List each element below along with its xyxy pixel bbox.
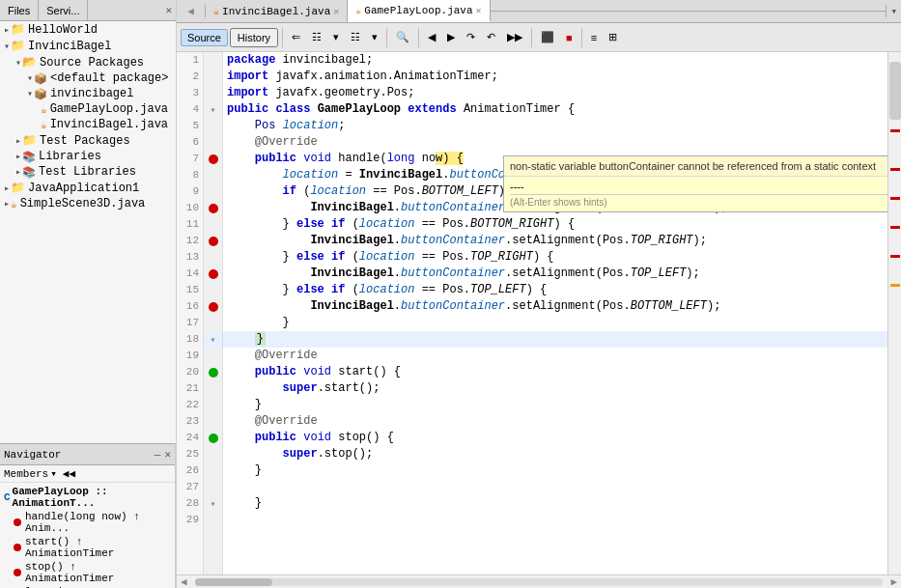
toolbar-icon-3[interactable]: ▾ <box>328 28 344 46</box>
collapse-icon3[interactable]: ▾ <box>210 498 215 510</box>
tab-close-icon[interactable]: ✕ <box>476 5 482 16</box>
scroll-right-btn[interactable]: ▶ <box>887 575 901 588</box>
horizontal-scrollbar[interactable]: ◀ ▶ <box>177 574 901 588</box>
tree-label: <default package> <box>50 71 168 85</box>
collapse-icon[interactable]: ▾ <box>210 104 215 116</box>
toolbar-icon-4[interactable]: ☷ <box>346 28 365 46</box>
toolbar-debug[interactable]: ⬛ <box>536 28 559 46</box>
gutter-row <box>204 462 222 479</box>
gutter-row-collapse[interactable]: ▾ <box>204 495 222 512</box>
h-scroll-thumb[interactable] <box>195 578 272 586</box>
gutter-row-collapse[interactable]: ▾ <box>204 101 222 118</box>
h-scroll-track[interactable] <box>195 578 884 586</box>
toolbar-step[interactable]: ↷ <box>462 28 480 46</box>
tree-item-gameplayloop[interactable]: ☕ GamePlayLoop.java <box>0 101 176 117</box>
tab-invincibagel[interactable]: ☕ InvinciBagel.java ✕ <box>206 0 348 22</box>
nav-method-label: handle(long now) ↑ Anim... <box>25 511 171 534</box>
collapse-icon2[interactable]: ▾ <box>210 334 215 346</box>
tree-item-source-packages[interactable]: ▾ 📂 Source Packages <box>0 54 176 70</box>
project-icon: 📁 <box>11 22 25 37</box>
tab-spacer <box>491 11 887 12</box>
package-icon: 📦 <box>34 72 47 85</box>
toolbar-step2[interactable]: ↶ <box>482 28 500 46</box>
expand-invincibagel[interactable]: ▾ <box>4 41 10 52</box>
navigator-minimize[interactable]: — <box>155 449 161 461</box>
close-left-icon[interactable]: ✕ <box>161 4 176 16</box>
line-num: 14 <box>177 266 203 282</box>
tree-item-default-pkg[interactable]: ▾ 📦 <default package> <box>0 70 176 86</box>
project-icon: 📁 <box>11 181 25 195</box>
expand-javaapp1[interactable]: ▸ <box>4 182 10 194</box>
java-file-icon: ☕ <box>41 103 47 116</box>
expand-test-packages[interactable]: ▸ <box>15 135 21 147</box>
tree-item-javaapp1[interactable]: ▸ 📁 JavaApplication1 <box>0 180 176 196</box>
expand-simplescene[interactable]: ▸ <box>4 198 10 210</box>
tab-close-icon[interactable]: ✕ <box>333 6 339 17</box>
tree-item-test-libraries[interactable]: ▸ 📚 Test Libraries <box>0 164 176 180</box>
toolbar-icon-5[interactable]: ▾ <box>367 28 382 46</box>
services-tab[interactable]: Servi... <box>39 0 88 20</box>
tab-overflow-icon[interactable]: ▾ <box>890 5 897 17</box>
nav-class-label: GamePlayLoop :: AnimationT... <box>13 486 171 509</box>
expand-test-libraries[interactable]: ▸ <box>15 166 21 178</box>
line-num: 9 <box>177 183 203 200</box>
tree-item-invincibagel[interactable]: ▾ 📁 InvinciBagel <box>0 38 176 54</box>
folder-icon: 📁 <box>22 133 37 148</box>
package-icon: 📦 <box>34 88 47 100</box>
history-button[interactable]: History <box>230 28 278 47</box>
code-line-27 <box>223 479 887 495</box>
tree-item-invincibagel-pkg[interactable]: ▾ 📦 invincibagel <box>0 86 176 101</box>
nav-item-start[interactable]: start() ↑ AnimationTimer <box>2 535 173 560</box>
source-button[interactable]: Source <box>181 29 228 46</box>
navigator-tab-bar: Navigator — ✕ <box>0 444 175 465</box>
folder-icon: 📂 <box>22 55 37 70</box>
nav-item-handle[interactable]: handle(long now) ↑ Anim... <box>2 510 173 535</box>
line-num: 28 <box>177 495 203 512</box>
toolbar-run[interactable]: ▶▶ <box>502 28 527 46</box>
left-arrow-icon[interactable]: ◀ <box>187 5 194 17</box>
error-marker <box>209 237 218 246</box>
expand-invincibagel-pkg[interactable]: ▾ <box>27 88 33 99</box>
toolbar-fwd[interactable]: ▶ <box>442 28 460 46</box>
tree-item-libraries[interactable]: ▸ 📚 Libraries <box>0 149 176 164</box>
toolbar-search[interactable]: 🔍 <box>391 28 414 46</box>
tooltip-hint: (Alt-Enter shows hints) <box>510 197 887 208</box>
toolbar-back[interactable]: ◀ <box>423 28 440 46</box>
tree-item-invincibagel-java[interactable]: ☕ InvinciBagel.java <box>0 117 176 132</box>
nav-back-btn[interactable]: ◀◀ <box>63 467 75 480</box>
vertical-scrollbar[interactable] <box>887 52 901 574</box>
expand-libraries[interactable]: ▸ <box>15 151 21 162</box>
code-line-1: package invincibagel; <box>223 52 887 69</box>
tree-label: HelloWorld <box>28 23 98 37</box>
tree-item-helloworld[interactable]: ▸ 📁 HelloWorld <box>0 21 176 38</box>
navigator-close[interactable]: ✕ <box>164 448 171 461</box>
tree-item-test-packages[interactable]: ▸ 📁 Test Packages <box>0 132 176 149</box>
nav-class-item[interactable]: C GamePlayLoop :: AnimationT... <box>2 485 173 510</box>
code-line-19: @Override <box>223 348 887 364</box>
files-tab[interactable]: Files <box>0 0 39 20</box>
nav-item-stop[interactable]: stop() ↑ AnimationTimer <box>2 560 173 585</box>
toolbar-icon-1[interactable]: ⇐ <box>287 28 305 46</box>
members-dropdown[interactable]: Members ▾ <box>4 467 57 480</box>
expand-default-pkg[interactable]: ▾ <box>27 72 33 84</box>
toolbar-stop[interactable]: ■ <box>561 29 577 46</box>
toolbar-extra1[interactable]: ≡ <box>586 29 602 46</box>
error-marker <box>209 269 218 279</box>
scroll-left-btn[interactable]: ◀ <box>177 575 191 588</box>
tooltip-separator <box>510 194 887 195</box>
code-line-22: } <box>223 397 887 413</box>
line-num: 8 <box>177 167 203 183</box>
expand-helloworld[interactable]: ▸ <box>4 24 10 36</box>
tab-gameplayloop[interactable]: ☕ GamePlayLoop.java ✕ <box>348 0 490 22</box>
expand-source-packages[interactable]: ▾ <box>15 57 21 69</box>
code-line-12: InvinciBagel.buttonContainer.setAlignmen… <box>223 233 887 249</box>
scroll-thumb[interactable] <box>889 62 901 120</box>
gutter-row <box>204 85 222 101</box>
code-editor[interactable]: package invincibagel; import javafx.anim… <box>223 52 887 574</box>
java-tab-icon: ☕ <box>355 5 361 16</box>
line-num: 18 <box>177 331 203 348</box>
tree-item-simplescene[interactable]: ▸ ☕ SimpleScene3D.java <box>0 196 176 211</box>
toolbar-icon-2[interactable]: ☷ <box>307 28 326 46</box>
toolbar-extra2[interactable]: ⊞ <box>604 28 622 46</box>
gutter-row <box>204 52 222 69</box>
